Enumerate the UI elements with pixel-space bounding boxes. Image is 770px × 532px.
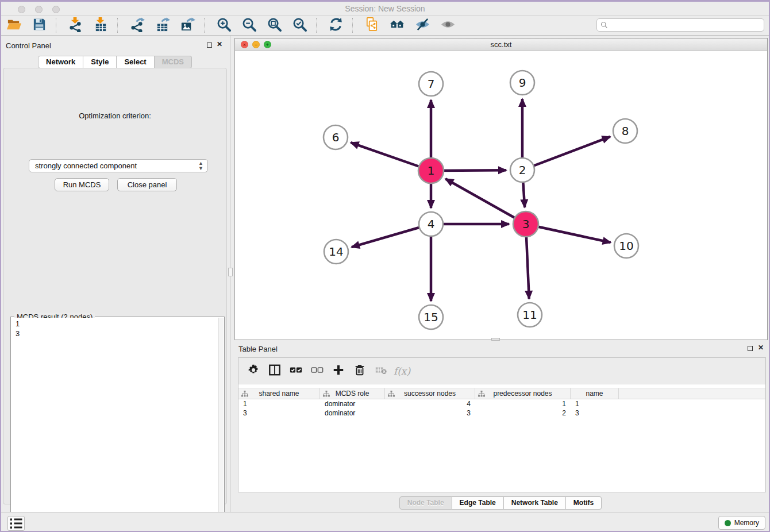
node-label-9: 9	[519, 76, 526, 90]
node-table-body: f(x) shared nameMCDS rolesuccessor nodes…	[238, 357, 766, 492]
settings-button[interactable]	[242, 361, 264, 381]
import-network-from-file-icon	[68, 17, 83, 34]
task-history-button[interactable]	[7, 516, 25, 531]
tab-network-table[interactable]: Network Table	[504, 496, 566, 510]
cell-name[interactable]: 3	[571, 408, 619, 418]
criterion-value: strongly connected component	[35, 161, 137, 170]
application-window: Session: New Session Control Panel ✕ Net…	[0, 0, 770, 532]
edge-3-1[interactable]	[445, 179, 526, 224]
show-all-icon	[440, 17, 456, 34]
close-panel-button[interactable]: Close panel	[117, 178, 177, 191]
zoom-selected-icon	[292, 17, 307, 34]
tab-network[interactable]: Network	[38, 56, 83, 68]
result-scrollbar[interactable]	[218, 318, 224, 532]
network-view-window: × − + scc.txt 7968124314101511	[234, 38, 768, 340]
network-canvas[interactable]: 7968124314101511	[235, 51, 767, 340]
column-header-MCDS-role[interactable]: MCDS role	[320, 388, 385, 399]
table-toolbar: f(x)	[238, 358, 765, 384]
panel-splitter-grip[interactable]	[228, 268, 233, 276]
apply-preferred-layout-button[interactable]	[323, 16, 348, 34]
float-panel-icon[interactable]	[207, 43, 212, 48]
tab-mcds[interactable]: MCDS	[155, 56, 192, 68]
close-panel-icon[interactable]: ✕	[217, 40, 222, 48]
delete-columns-icon	[353, 364, 366, 378]
select-all-checkboxes-icon	[290, 364, 302, 378]
import-table-from-file-icon	[93, 17, 109, 34]
control-panel-tabs: NetworkStyleSelectMCDS	[0, 56, 230, 68]
zoom-out-button[interactable]	[236, 16, 261, 34]
cell-MCDS-role[interactable]: dominator	[320, 399, 385, 408]
column-header-successor-nodes[interactable]: successor nodes	[385, 388, 475, 399]
main-toolbar	[0, 16, 770, 36]
select-all-checkboxes-button[interactable]	[285, 361, 306, 381]
delete-columns-button[interactable]	[349, 361, 370, 381]
search-field[interactable]	[596, 18, 764, 32]
export-image-button[interactable]	[175, 16, 200, 34]
tab-edge-table[interactable]: Edge Table	[452, 496, 504, 510]
show-all-button[interactable]	[435, 16, 460, 34]
window-title: Session: New Session	[0, 4, 770, 13]
tab-node-table[interactable]: Node Table	[399, 496, 452, 510]
column-header-name[interactable]: name	[571, 388, 619, 399]
zoom-out-icon	[241, 17, 257, 34]
cell-shared-name[interactable]: 3	[238, 408, 320, 418]
column-label: successor nodes	[404, 390, 456, 398]
horizontal-splitter-grip[interactable]	[491, 338, 500, 341]
result-line: 1	[16, 319, 218, 329]
cell-shared-name[interactable]: 1	[238, 399, 320, 408]
cell-predecessor-nodes[interactable]: 1	[475, 399, 571, 408]
zoom-fit-content-button[interactable]	[261, 16, 287, 34]
save-session-icon	[32, 17, 47, 34]
table-row[interactable]: 1dominator411	[238, 399, 765, 408]
create-column-button[interactable]	[328, 361, 349, 381]
show-columns-button[interactable]	[264, 361, 285, 381]
deselect-all-checkboxes-icon	[311, 364, 324, 378]
memory-button-label: Memory	[734, 519, 759, 527]
column-header-shared-name[interactable]: shared name	[238, 388, 320, 399]
export-network-button[interactable]	[124, 16, 149, 34]
export-table-button[interactable]	[149, 16, 175, 34]
cell-name[interactable]: 1	[571, 399, 619, 408]
network-window-titlebar: × − + scc.txt	[235, 38, 767, 51]
save-session-button[interactable]	[26, 16, 52, 34]
column-label: predecessor nodes	[493, 390, 552, 398]
search-icon	[600, 21, 608, 29]
cell-MCDS-role[interactable]: dominator	[320, 408, 385, 418]
import-network-from-file-button[interactable]	[63, 16, 88, 34]
search-input[interactable]	[610, 21, 760, 29]
import-table-from-file-button[interactable]	[88, 16, 113, 34]
create-column-icon	[332, 364, 345, 378]
deselect-all-checkboxes-button[interactable]	[306, 361, 328, 381]
open-session-button[interactable]	[1, 16, 26, 34]
cell-successor-nodes[interactable]: 3	[385, 408, 475, 418]
zoom-selected-button[interactable]	[287, 16, 312, 34]
memory-button[interactable]: Memory	[718, 516, 765, 530]
column-label: name	[586, 390, 603, 398]
zoom-in-button[interactable]	[211, 16, 236, 34]
node-label-8: 8	[622, 124, 629, 138]
table-row[interactable]: 3dominator323	[238, 408, 765, 418]
edge-2-8[interactable]	[522, 137, 610, 170]
new-network-from-selection-icon	[364, 17, 380, 34]
column-header-predecessor-nodes[interactable]: predecessor nodes	[475, 388, 571, 399]
mcds-tab-content: Optimization criterion: strongly connect…	[3, 68, 227, 504]
float-table-panel-icon[interactable]	[748, 346, 753, 351]
new-network-from-selection-button[interactable]	[359, 16, 384, 34]
first-neighbors-button[interactable]	[384, 16, 410, 34]
tab-motifs[interactable]: Motifs	[566, 496, 602, 510]
cell-predecessor-nodes[interactable]: 2	[475, 408, 571, 418]
run-mcds-button[interactable]: Run MCDS	[55, 178, 109, 191]
apply-preferred-layout-icon	[328, 17, 344, 34]
cell-successor-nodes[interactable]: 4	[385, 399, 475, 408]
list-icon	[8, 515, 24, 531]
node-label-1: 1	[428, 164, 435, 178]
hide-selected-button[interactable]	[410, 16, 435, 34]
node-label-3: 3	[522, 217, 530, 231]
mcds-result-list[interactable]: 13	[11, 318, 218, 532]
node-label-15: 15	[424, 310, 438, 324]
close-table-panel-icon[interactable]: ✕	[758, 344, 764, 352]
tab-style[interactable]: Style	[83, 56, 117, 68]
status-bar: Memory	[0, 512, 770, 531]
tab-select[interactable]: Select	[117, 56, 154, 68]
criterion-dropdown[interactable]: strongly connected component ▲▼	[29, 159, 208, 172]
